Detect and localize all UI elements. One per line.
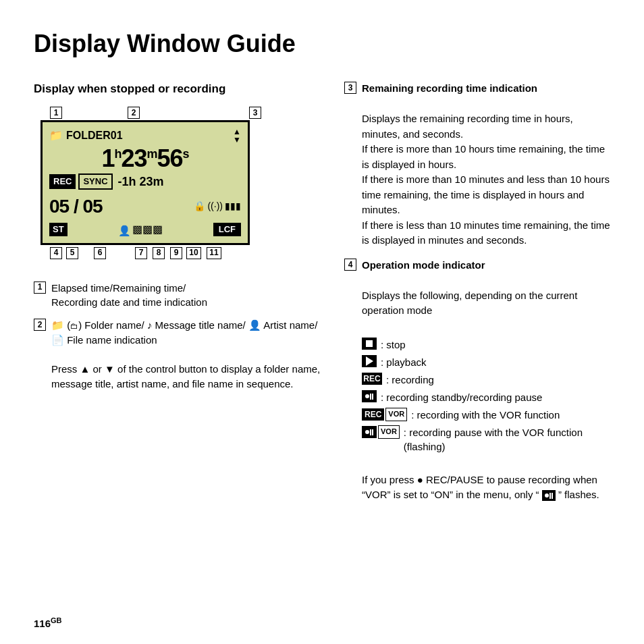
right-column: 3 Remaining recording time indication Di… bbox=[344, 81, 610, 512]
folder-icon-inline: 📁 bbox=[51, 319, 64, 331]
dp-bar-1 bbox=[370, 394, 371, 400]
folder-text: FOLDER01 bbox=[66, 128, 123, 143]
dot-pause-inner-2 bbox=[365, 429, 373, 435]
lcd-row1: 📁 FOLDER01 ▲ ▼ bbox=[49, 128, 241, 144]
lcd-time: 1h23m56s bbox=[49, 145, 241, 172]
left-column: Display when stopped or recording 1 2 3 … bbox=[34, 81, 324, 512]
right-desc-item-4: 4 Operation mode indicator Displays the … bbox=[344, 258, 610, 503]
mode-list: : stop : playback REC : recording bbox=[362, 338, 610, 454]
rec-vor-icon: REC VOR bbox=[362, 408, 407, 421]
mode-pause-vor-label: : recording pause with the VOR function … bbox=[404, 425, 610, 454]
num-label-6: 6 bbox=[94, 247, 106, 259]
person-icon: 👤 bbox=[118, 223, 131, 238]
vor-badge-1: VOR bbox=[385, 408, 407, 421]
desc-text-1: Elapsed time/Remaining time/Recording da… bbox=[51, 281, 324, 311]
desc-item-2: 2 📁 (🗀) Folder name/ ♪ Message title nam… bbox=[34, 318, 324, 392]
folder-name: 📁 FOLDER01 bbox=[49, 128, 123, 143]
page-suffix: GB bbox=[51, 616, 62, 624]
mode-playback-label: : playback bbox=[381, 355, 427, 369]
dp-dot bbox=[365, 394, 369, 398]
dp-bar-5 bbox=[549, 493, 551, 499]
num-label-9: 9 bbox=[170, 247, 182, 259]
right-desc-item-3: 3 Remaining recording time indication Di… bbox=[344, 81, 610, 248]
num-label-1: 1 bbox=[50, 107, 62, 119]
inline-pause-dot-icon bbox=[542, 490, 556, 501]
page-number: 116GB bbox=[34, 616, 62, 630]
mode-recording-label: : recording bbox=[386, 373, 434, 387]
num-label-4: 4 bbox=[50, 247, 62, 259]
vor-badge-2: VOR bbox=[378, 425, 400, 438]
sync-badge: SYNC bbox=[78, 173, 112, 190]
lcf-badge: LCF bbox=[213, 223, 241, 236]
right-desc-num-3: 3 bbox=[344, 82, 356, 94]
stop-icon bbox=[362, 338, 377, 350]
lcd-bottom-row: ST 👤 ▩▩▩ LCF bbox=[49, 222, 241, 237]
signal-bars: ▩▩▩ bbox=[132, 222, 163, 237]
mode-playback: : playback bbox=[362, 355, 610, 369]
lcd-display: 1 2 3 📁 FOLDER01 ▲ ▼ bbox=[41, 107, 279, 261]
page-title: Display Window Guide bbox=[34, 27, 610, 61]
mic-icon: ((·)) bbox=[207, 200, 223, 213]
dp-bar-2 bbox=[372, 394, 373, 400]
lcd-rec-row: REC SYNC -1h 23m bbox=[49, 173, 241, 190]
pause-icon bbox=[362, 390, 377, 402]
num-label-2: 2 bbox=[128, 107, 140, 119]
num-label-5: 5 bbox=[66, 247, 78, 259]
desc-num-1: 1 bbox=[34, 281, 46, 294]
item4-note: If you press ● REC/PAUSE to pause record… bbox=[362, 474, 599, 501]
time-minutes: 23 bbox=[121, 144, 146, 172]
dp-dot-3 bbox=[545, 493, 549, 498]
desc-num-2: 2 bbox=[34, 319, 46, 331]
play-icon bbox=[362, 355, 377, 367]
lock-icon: 🔒 bbox=[194, 200, 205, 213]
file-icon-inline: 📄 bbox=[51, 334, 64, 346]
item3-title: Remaining recording time indication bbox=[362, 82, 537, 94]
num-label-10: 10 bbox=[186, 247, 201, 259]
right-desc-num-4: 4 bbox=[344, 259, 356, 271]
num-label-11: 11 bbox=[207, 247, 221, 259]
dot-pause-inner-3 bbox=[545, 493, 553, 499]
note-icon-inline: ♪ bbox=[147, 319, 153, 331]
pause-vor-pause-icon bbox=[362, 426, 377, 438]
num-label-8: 8 bbox=[153, 247, 165, 259]
mode-stop-label: : stop bbox=[381, 338, 406, 352]
person-icon-inline: 👤 bbox=[248, 319, 261, 331]
desc-list: 1 Elapsed time/Remaining time/Recording … bbox=[34, 281, 324, 392]
rec-icon: REC bbox=[362, 373, 382, 385]
st-badge: ST bbox=[49, 223, 68, 236]
content-wrapper: Display when stopped or recording 1 2 3 … bbox=[34, 81, 610, 512]
dp-bars-3 bbox=[549, 493, 553, 499]
dot-pause-inner bbox=[365, 394, 373, 400]
arrows-updown: ▲ ▼ bbox=[233, 128, 241, 144]
page-num-text: 116 bbox=[34, 618, 51, 629]
time-seconds: 56 bbox=[157, 144, 183, 172]
folder-icon: 📁 bbox=[49, 128, 63, 143]
lcd-counter-row: 05 / 05 🔒 ((·)) ▮▮▮ bbox=[49, 193, 241, 219]
section-title: Display when stopped or recording bbox=[34, 81, 324, 97]
counter-num: 05 / 05 bbox=[49, 193, 103, 219]
desc-item-1: 1 Elapsed time/Remaining time/Recording … bbox=[34, 281, 324, 311]
mode-standby-label: : recording standby/recording pause bbox=[381, 390, 542, 404]
mode-stop: : stop bbox=[362, 338, 610, 352]
signal-area: 👤 ▩▩▩ bbox=[118, 222, 163, 237]
pause-vor-icon: VOR bbox=[362, 425, 400, 438]
mode-pause-vor: VOR : recording pause with the VOR funct… bbox=[362, 425, 610, 454]
mode-rec-vor: REC VOR : recording with the VOR functio… bbox=[362, 408, 610, 422]
dp-bar-3 bbox=[370, 429, 371, 435]
mode-recording: REC : recording bbox=[362, 373, 610, 387]
dp-bar-6 bbox=[552, 493, 553, 499]
dp-bars bbox=[370, 394, 373, 400]
right-desc-text-4: Operation mode indicator Displays the fo… bbox=[362, 258, 610, 503]
right-desc-text-3: Remaining recording time indication Disp… bbox=[362, 81, 610, 248]
num-label-7: 7 bbox=[135, 247, 147, 259]
num-label-3: 3 bbox=[249, 107, 261, 119]
desc-text-2: 📁 (🗀) Folder name/ ♪ Message title name/… bbox=[51, 318, 324, 392]
rec-badge: REC bbox=[49, 174, 76, 189]
dp-dot-2 bbox=[365, 430, 369, 434]
battery-icon: ▮▮▮ bbox=[225, 200, 241, 213]
mode-rec-vor-label: : recording with the VOR function bbox=[411, 408, 560, 422]
lcd-frame: 📁 FOLDER01 ▲ ▼ 1h23m56s REC SYNC - bbox=[41, 120, 250, 244]
mode-standby: : recording standby/recording pause bbox=[362, 390, 610, 404]
item4-title: Operation mode indicator bbox=[362, 259, 485, 271]
dp-bars-2 bbox=[370, 429, 373, 435]
